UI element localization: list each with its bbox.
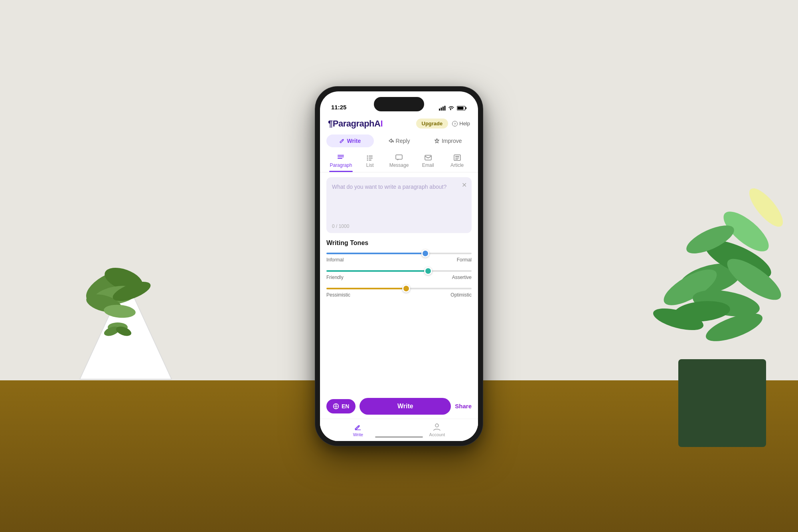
svg-point-34 — [367, 155, 368, 156]
svg-point-49 — [435, 424, 439, 427]
svg-rect-43 — [455, 156, 459, 157]
share-button[interactable]: Share — [455, 403, 472, 409]
slider-thumb-yellow[interactable] — [402, 285, 410, 293]
nav-account-icon — [433, 423, 441, 431]
dynamic-island — [374, 97, 424, 111]
content-message-label: Message — [389, 162, 409, 168]
logo-text: ¶ParagraphAI — [328, 119, 383, 129]
svg-rect-25 — [444, 106, 446, 111]
char-count: 0 / 1000 — [332, 223, 349, 229]
nav-write-label: Write — [353, 432, 363, 437]
svg-rect-35 — [369, 156, 373, 156]
label-formal: Formal — [457, 257, 472, 263]
scene: 11:25 — [0, 0, 798, 532]
mode-improve-label: Improve — [442, 138, 462, 144]
content-tab-message[interactable]: Message — [385, 151, 414, 172]
svg-rect-37 — [369, 158, 373, 158]
bottom-action-bar: EN Write Share — [320, 394, 478, 419]
status-time: 11:25 — [331, 104, 346, 111]
label-pessimistic: Pessimistic — [326, 292, 350, 298]
mode-reply-label: Reply — [396, 138, 410, 144]
upgrade-button[interactable]: Upgrade — [416, 119, 448, 129]
phone-wrapper: 11:25 — [315, 87, 483, 446]
textarea-clear-button[interactable]: ✕ — [462, 181, 467, 189]
content-email-label: Email — [422, 162, 434, 168]
svg-rect-32 — [338, 156, 344, 157]
content-tab-paragraph[interactable]: Paragraph — [326, 151, 356, 172]
content-tab-list[interactable]: List — [356, 151, 385, 172]
slider-track-pessimistic-optimistic[interactable] — [326, 287, 472, 290]
content-tabs: Paragraph List — [320, 150, 478, 172]
svg-rect-41 — [425, 155, 431, 160]
mode-tab-reply[interactable]: Reply — [375, 134, 423, 147]
signal-icon — [439, 106, 446, 111]
help-button[interactable]: ? Help — [452, 121, 470, 127]
tone-friendly-assertive: Friendly Assertive — [326, 270, 472, 280]
nav-write-icon — [354, 423, 362, 431]
paragraph-icon — [337, 154, 344, 161]
content-tab-email[interactable]: Email — [413, 151, 442, 172]
help-label: Help — [459, 121, 470, 127]
language-button[interactable]: EN — [326, 399, 356, 413]
slider-track-friendly-assertive[interactable] — [326, 270, 472, 272]
content-list-label: List — [366, 162, 374, 168]
battery-icon — [457, 106, 467, 111]
slider-labels-pessimistic-optimistic: Pessimistic Optimistic — [326, 292, 472, 298]
write-icon — [339, 138, 345, 144]
slider-track-fill-blue — [326, 253, 472, 254]
svg-rect-33 — [338, 158, 342, 159]
svg-rect-45 — [455, 159, 458, 160]
svg-rect-22 — [439, 109, 440, 111]
svg-point-38 — [367, 159, 368, 160]
textarea-placeholder: What do you want to write a paragraph ab… — [332, 183, 466, 191]
content-article-label: Article — [450, 162, 464, 168]
write-button[interactable]: Write — [359, 398, 451, 415]
text-area-container[interactable]: What do you want to write a paragraph ab… — [326, 177, 472, 233]
app-header: ¶ParagraphAI Upgrade ? Help — [320, 114, 478, 132]
slider-thumb-teal[interactable] — [424, 267, 432, 275]
content-paragraph-label: Paragraph — [330, 162, 352, 168]
svg-rect-31 — [338, 155, 344, 156]
svg-rect-28 — [458, 107, 464, 109]
svg-rect-27 — [466, 107, 467, 109]
phone-screen: 11:25 — [320, 91, 478, 441]
writing-tones-section: Writing Tones Informal Formal — [320, 238, 478, 311]
home-indicator — [375, 436, 423, 438]
nav-account[interactable]: Account — [429, 423, 445, 437]
svg-rect-24 — [442, 107, 444, 111]
slider-thumb-blue[interactable] — [421, 249, 429, 257]
list-icon — [366, 154, 373, 161]
slider-labels-informal-formal: Informal Formal — [326, 257, 472, 263]
language-label: EN — [342, 403, 349, 409]
status-icons — [439, 106, 467, 111]
label-optimistic: Optimistic — [450, 292, 472, 298]
label-assertive: Assertive — [452, 275, 472, 280]
email-icon — [425, 154, 432, 161]
nav-account-label: Account — [429, 432, 445, 437]
app-content: ¶ParagraphAI Upgrade ? Help — [320, 114, 478, 441]
wifi-icon — [448, 106, 454, 111]
slider-track-fill-yellow — [326, 288, 472, 289]
label-informal: Informal — [326, 257, 344, 263]
svg-text:?: ? — [454, 122, 456, 126]
help-icon: ? — [452, 121, 458, 127]
article-icon — [454, 154, 461, 161]
mode-tabs: Write Reply Improve — [320, 132, 478, 150]
slider-track-informal-formal[interactable] — [326, 252, 472, 255]
globe-icon — [333, 403, 339, 409]
message-icon — [395, 154, 403, 161]
improve-icon — [434, 138, 440, 144]
label-friendly: Friendly — [326, 275, 344, 280]
svg-rect-39 — [369, 160, 371, 160]
content-tab-article[interactable]: Article — [442, 151, 472, 172]
nav-write[interactable]: Write — [353, 423, 363, 437]
tone-informal-formal: Informal Formal — [326, 252, 472, 263]
mode-tab-improve[interactable]: Improve — [424, 134, 472, 147]
slider-labels-friendly-assertive: Friendly Assertive — [326, 275, 472, 280]
slider-track-fill-teal — [326, 270, 472, 272]
svg-rect-23 — [441, 107, 442, 111]
header-actions: Upgrade ? Help — [416, 119, 470, 129]
reply-icon — [388, 138, 394, 144]
writing-tones-title: Writing Tones — [326, 239, 472, 247]
mode-tab-write[interactable]: Write — [326, 134, 374, 147]
